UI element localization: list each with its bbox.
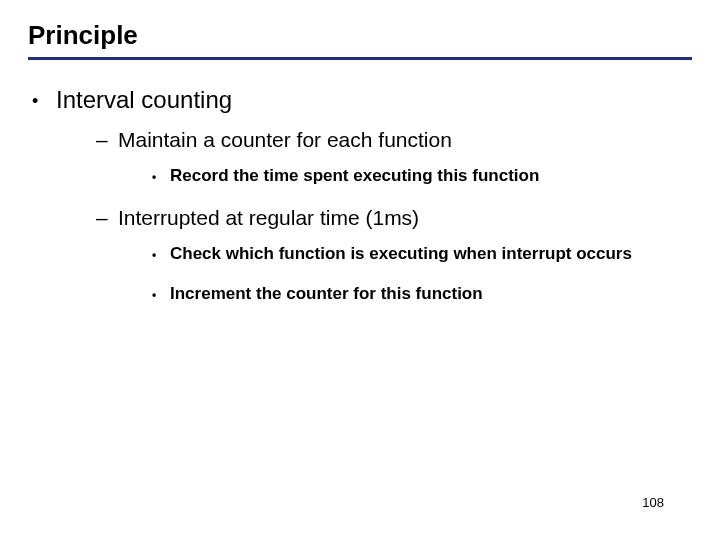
title-divider bbox=[28, 57, 692, 60]
list-item: Maintain a counter for each function Rec… bbox=[96, 128, 692, 186]
list-item: Interval counting Maintain a counter for… bbox=[32, 86, 692, 304]
list-item: Record the time spent executing this fun… bbox=[152, 166, 692, 186]
bullet-list-level1: Interval counting Maintain a counter for… bbox=[28, 86, 692, 304]
bullet-text: Check which function is executing when i… bbox=[170, 244, 632, 263]
slide: Principle Interval counting Maintain a c… bbox=[0, 0, 720, 540]
page-number: 108 bbox=[642, 495, 664, 510]
bullet-text: Interval counting bbox=[56, 86, 232, 113]
bullet-list-level2: Maintain a counter for each function Rec… bbox=[56, 128, 692, 304]
bullet-list-level3: Record the time spent executing this fun… bbox=[118, 166, 692, 186]
bullet-list-level3: Check which function is executing when i… bbox=[118, 244, 692, 304]
bullet-text: Interrupted at regular time (1ms) bbox=[118, 206, 419, 229]
list-item: Interrupted at regular time (1ms) Check … bbox=[96, 206, 692, 304]
bullet-text: Maintain a counter for each function bbox=[118, 128, 452, 151]
list-item: Increment the counter for this function bbox=[152, 284, 692, 304]
bullet-text: Increment the counter for this function bbox=[170, 284, 483, 303]
bullet-text: Record the time spent executing this fun… bbox=[170, 166, 539, 185]
slide-title: Principle bbox=[28, 20, 692, 51]
list-item: Check which function is executing when i… bbox=[152, 244, 692, 264]
